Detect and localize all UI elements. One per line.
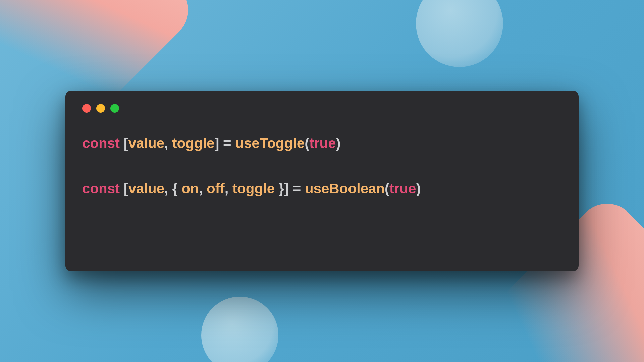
code-token-punc: , [199,181,207,196]
code-token-punc: ( [305,135,309,151]
code-token-punc: ) [336,135,341,151]
code-token-variable: toggle [232,181,275,196]
code-token-bool: true [309,135,336,151]
code-token-variable: on [181,181,199,196]
minimize-icon[interactable] [96,104,105,113]
code-token-variable: toggle [172,135,214,151]
code-token-variable: value [128,135,164,151]
code-token-punc: , [164,135,172,151]
code-token-punc: , { [164,181,181,196]
window-controls [82,104,562,113]
code-token-punc: [ [124,135,128,151]
code-token-variable: value [128,181,164,196]
code-token-variable: off [207,181,225,196]
code-token-bool: true [389,181,416,196]
code-token-punc: ) [416,181,421,196]
code-line: const [value, toggle] = useToggle(true) [82,133,562,154]
zoom-icon[interactable] [110,104,119,113]
close-icon[interactable] [82,104,91,113]
bg-circle-bottom-center [201,297,278,362]
code-token-func: useBoolean [305,181,385,196]
code-editor-window: const [value, toggle] = useToggle(true)c… [65,90,579,272]
code-token-func: useToggle [235,135,305,151]
code-content: const [value, toggle] = useToggle(true)c… [82,133,562,199]
code-token-keyword: const [82,135,124,151]
code-token-punc: ] = [214,135,235,151]
code-token-punc: }] = [275,181,305,196]
code-line: const [value, { on, off, toggle }] = use… [82,178,562,199]
code-token-punc: , [225,181,232,196]
bg-circle-top-right [416,0,503,67]
code-token-punc: [ [124,181,128,196]
code-token-punc: ( [385,181,389,196]
code-token-keyword: const [82,181,124,196]
